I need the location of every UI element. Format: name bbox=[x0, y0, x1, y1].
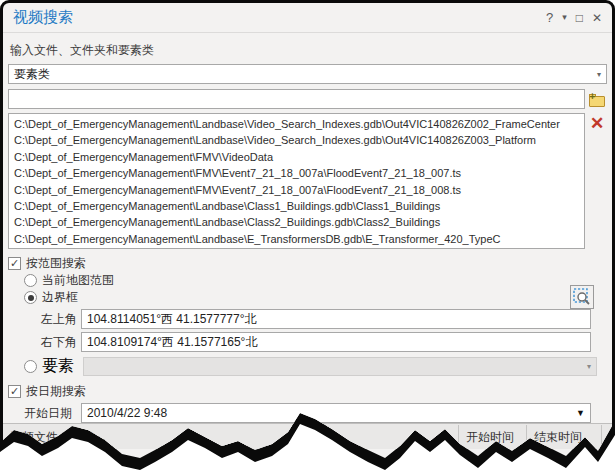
feature-select-disabled: ▾ bbox=[83, 357, 597, 376]
window-controls: ? ▾ □ ✕ bbox=[546, 11, 602, 24]
path-list[interactable]: C:\Dept_of_EmergencyManagement\Landbase\… bbox=[8, 113, 585, 249]
bottom-right-label: 右下角 bbox=[41, 334, 81, 351]
list-item[interactable]: C:\Dept_of_EmergencyManagement\Landbase\… bbox=[9, 231, 584, 247]
list-item[interactable]: C:\Dept_of_EmergencyManagement\FMV\Event… bbox=[9, 165, 584, 181]
bottom-right-row: 右下角 bbox=[41, 332, 591, 352]
chevron-down-icon[interactable]: ▾ bbox=[562, 13, 567, 22]
extent-checkbox-row[interactable]: ✓ 按范围搜索 bbox=[8, 255, 607, 272]
start-date-select[interactable]: 2010/4/22 9:48 ▼ bbox=[81, 403, 591, 423]
titlebar: 视频搜索 ? ▾ □ ✕ bbox=[3, 3, 612, 33]
restore-icon[interactable]: □ bbox=[576, 12, 583, 24]
remove-button[interactable]: ✕ bbox=[587, 113, 607, 133]
list-item[interactable]: C:\Dept_of_EmergencyManagement\FMV\Event… bbox=[9, 182, 584, 198]
column-video-file: 视频文件 bbox=[3, 425, 458, 449]
draw-extent-button[interactable] bbox=[570, 285, 594, 309]
dialog-surface: 视频搜索 ? ▾ □ ✕ 输入文件、文件夹和要素类 要素类 ▾ bbox=[3, 3, 612, 476]
close-icon[interactable]: ✕ bbox=[592, 12, 602, 24]
video-search-window: 视频搜索 ? ▾ □ ✕ 输入文件、文件夹和要素类 要素类 ▾ bbox=[0, 0, 615, 476]
help-icon[interactable]: ? bbox=[546, 11, 553, 24]
radio-feature-row: 要素 ▾ bbox=[24, 356, 597, 377]
chevron-down-icon: ▼ bbox=[576, 408, 585, 418]
chevron-down-icon: ▾ bbox=[587, 362, 591, 371]
start-date-value: 2010/4/22 9:48 bbox=[87, 406, 167, 420]
list-item[interactable]: C:\Dept_of_EmergencyManagement\Landbase\… bbox=[9, 132, 584, 148]
top-left-input[interactable] bbox=[81, 309, 591, 329]
bottom-right-input[interactable] bbox=[81, 332, 591, 352]
dialog-body: 输入文件、文件夹和要素类 要素类 ▾ + C:\Dept_of_E bbox=[3, 33, 612, 446]
page-title: 视频搜索 bbox=[13, 8, 73, 27]
top-left-label: 左上角 bbox=[41, 311, 81, 328]
chevron-down-icon: ▾ bbox=[597, 70, 601, 79]
remove-x-icon: ✕ bbox=[590, 115, 604, 132]
path-input-row: + bbox=[8, 89, 607, 109]
radio-current-map-extent[interactable]: 当前地图范围 bbox=[24, 272, 607, 289]
extent-checkbox-label: 按范围搜索 bbox=[26, 255, 86, 272]
start-date-row: 开始日期 2010/4/22 9:48 ▼ bbox=[24, 403, 591, 423]
radio-unchecked-icon[interactable] bbox=[24, 360, 37, 373]
radio-unchecked-icon[interactable] bbox=[24, 274, 37, 287]
checkbox-checked-icon[interactable]: ✓ bbox=[8, 257, 21, 270]
checkbox-checked-icon[interactable]: ✓ bbox=[8, 385, 21, 398]
extent-section: ✓ 按范围搜索 当前地图范围 边界框 bbox=[8, 255, 607, 377]
radio-checked-icon[interactable] bbox=[24, 291, 37, 304]
radio-current-map-label: 当前地图范围 bbox=[42, 272, 114, 289]
column-end-time: 结束时间 bbox=[526, 425, 602, 449]
path-list-row: C:\Dept_of_EmergencyManagement\Landbase\… bbox=[8, 113, 607, 249]
column-start-time: 开始时间 bbox=[458, 425, 526, 449]
date-checkbox-row[interactable]: ✓ 按日期搜索 bbox=[8, 383, 607, 400]
input-section-label: 输入文件、文件夹和要素类 bbox=[10, 42, 605, 59]
list-item[interactable]: C:\Dept_of_EmergencyManagement\FMV\Video… bbox=[9, 149, 584, 165]
list-item[interactable]: C:\Dept_of_EmergencyManagement\Landbase\… bbox=[9, 116, 584, 132]
input-type-value: 要素类 bbox=[14, 66, 50, 83]
top-left-row: 左上角 bbox=[41, 309, 591, 329]
input-type-select[interactable]: 要素类 ▾ bbox=[8, 64, 607, 84]
list-item[interactable]: C:\Dept_of_EmergencyManagement\Landbase\… bbox=[9, 198, 584, 214]
folder-plus-icon: + bbox=[589, 92, 606, 107]
browse-add-button[interactable]: + bbox=[587, 89, 607, 109]
radio-bounding-box[interactable]: 边界框 bbox=[24, 289, 607, 306]
radio-bbox-label: 边界框 bbox=[42, 289, 78, 306]
results-table-header: 视频文件 开始时间 结束时间 bbox=[3, 423, 612, 449]
extent-magnifier-icon bbox=[573, 288, 591, 306]
radio-feature-label: 要素 bbox=[42, 356, 74, 377]
start-date-label: 开始日期 bbox=[24, 405, 81, 422]
list-item[interactable]: C:\Dept_of_EmergencyManagement\Landbase\… bbox=[9, 214, 584, 230]
date-checkbox-label: 按日期搜索 bbox=[26, 383, 86, 400]
path-input[interactable] bbox=[8, 89, 585, 109]
